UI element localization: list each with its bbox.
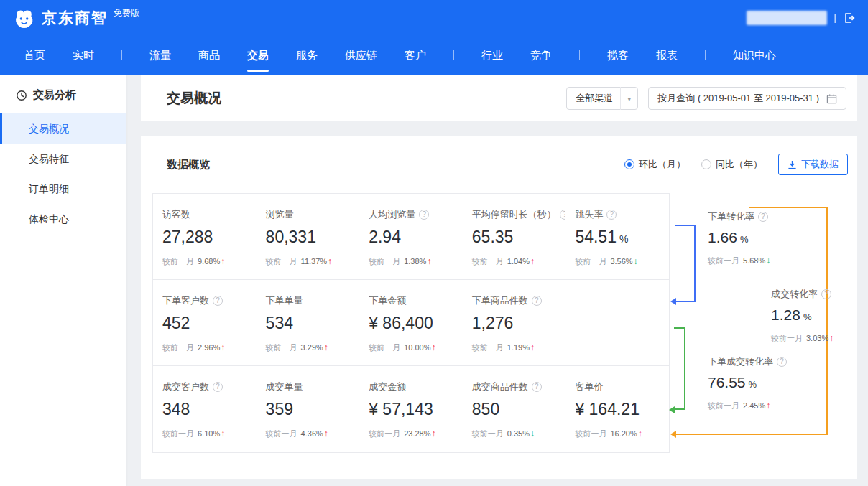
sidebar-item-trade-features[interactable]: 交易特征 [0,144,126,174]
help-icon[interactable]: ? [606,210,617,220]
metric-value-text: ¥ 86,400 [369,314,433,332]
bracket-arrow-icon [670,298,676,305]
metric-value-text: 534 [266,314,293,332]
sidebar-item-trade-overview[interactable]: 交易概况 [0,113,126,144]
nav-home[interactable]: 首页 [24,49,45,62]
change-prefix: 较前一月 [472,343,504,352]
change-prefix: 较前一月 [575,429,606,438]
change-pct: 3.03% [806,334,828,342]
nav-industry[interactable]: 行业 [481,49,503,62]
trend-arrow: ↑ [221,256,225,266]
change-pct: 2.45% [743,401,765,410]
metric-value-text: 54.51 [575,228,617,246]
download-icon [788,160,797,169]
metric-change: 较前一月9.68%↑ [162,256,254,267]
change-pct: 1.19% [507,343,530,352]
help-icon[interactable]: ? [532,296,542,306]
help-icon[interactable]: ? [560,210,566,220]
date-range-picker[interactable]: 按月查询 ( 2019-05-01 至 2019-05-31 ) [648,87,846,110]
metric-label: 平均停留时长（秒）? [472,208,563,221]
overview-title: 数据概览 [167,158,210,172]
metric-label: 成交金额 [369,380,460,393]
conversion-order-to-paid-rate: 下单成交转化率? 76.55% 较前一月2.45%↑ [708,355,787,411]
change-prefix: 较前一月 [708,256,739,265]
nav-traffic[interactable]: 流量 [149,49,171,62]
bracket-arrow-icon [669,406,675,413]
sidebar-item-health-center[interactable]: 体检中心 [0,204,126,234]
bracket-order-to-paid-conversion [674,327,685,410]
metric-change: 较前一月10.00%↑ [369,342,460,353]
metrics-table: 访客数 27,288 较前一月9.68%↑ 浏览量 80,331 较前一月11.… [152,193,670,453]
metric-label-text: 访客数 [162,208,190,221]
help-icon[interactable]: ? [758,212,768,222]
help-icon[interactable]: ? [532,382,542,392]
metric-label-text: 下单商品件数 [472,294,528,307]
change-prefix: 较前一月 [369,343,400,352]
metric-change: 较前一月1.19%↑ [472,342,563,353]
metric-value-text: ¥ 164.21 [575,400,640,419]
metric-label-text: 成交商品件数 [472,380,528,393]
brand[interactable]: 京东商智 免费版 [13,7,139,29]
change-pct: 1.38% [404,257,426,266]
nav-products[interactable]: 商品 [198,49,220,62]
user-divider: | [834,12,836,23]
trend-arrow: ↑ [432,429,436,439]
metric-label: 人均浏览量? [369,208,460,221]
trade-analysis-icon [16,90,27,101]
change-pct: 2.96% [198,343,220,352]
conversion-change: 较前一月2.45%↑ [708,401,787,411]
calendar-icon [826,93,837,104]
help-icon[interactable]: ? [213,296,223,306]
compare-mom-radio[interactable]: 环比（月） [624,158,685,171]
nav-knowledge-center[interactable]: 知识中心 [733,49,776,62]
help-icon[interactable]: ? [213,382,223,392]
metric-label: 下单客户数? [162,294,254,307]
metric-value: 452 [162,314,254,333]
metric-paid-amount: 成交金额 ¥ 57,143 较前一月23.28%↑ [359,366,463,452]
conversion-label-text: 下单转化率 [708,210,754,223]
nav-customers[interactable]: 客户 [405,49,426,62]
metric-label: 跳失率? [575,208,666,221]
nav-trade[interactable]: 交易 [247,49,269,62]
nav-supply-chain[interactable]: 供应链 [345,49,377,62]
conversion-value-text: 1.28 [771,307,800,323]
logout-icon[interactable] [844,12,855,24]
nav-acquisition[interactable]: 揽客 [607,49,629,62]
metric-change: 较前一月0.35%↓ [472,429,563,439]
change-prefix: 较前一月 [771,334,803,342]
metric-change: 较前一月3.56%↓ [575,256,666,267]
help-icon[interactable]: ? [821,289,831,299]
trend-arrow: ↑ [638,429,642,439]
nav-service[interactable]: 服务 [296,49,318,62]
change-pct: 4.36% [301,429,323,438]
metric-value-text: 65.35 [472,228,514,246]
trend-arrow: ↑ [530,342,535,352]
metric-value: 27,288 [162,228,254,247]
metric-label-text: 下单客户数 [162,294,209,307]
metric-order-items: 下单商品件数? 1,276 较前一月1.19%↑ [463,280,566,365]
metric-label-text: 成交客户数 [162,380,209,393]
change-pct: 11.37% [301,257,328,266]
user-account-blurred[interactable] [747,11,827,25]
nav-competition[interactable]: 竞争 [530,49,552,62]
download-data-button[interactable]: 下载数据 [778,154,848,175]
sidebar-item-order-details[interactable]: 订单明细 [0,174,126,204]
metric-value: 2.94 [369,228,460,247]
help-icon[interactable]: ? [419,210,429,220]
metric-label-text: 跳失率 [575,208,603,221]
metric-label: 客单价 [575,380,666,393]
change-pct: 1.04% [507,257,530,266]
overview-controls: 环比（月） 同比（年） 下载数据 [624,154,848,175]
nav-reports[interactable]: 报表 [656,49,678,62]
metric-change: 较前一月1.38%↑ [369,256,460,267]
metric-value: ¥ 57,143 [369,400,460,419]
metric-paid-items: 成交商品件数? 850 较前一月0.35%↓ [463,366,566,452]
metric-value: 359 [266,400,357,419]
compare-yoy-radio[interactable]: 同比（年） [701,158,762,171]
help-icon[interactable]: ? [777,357,787,367]
conversion-unit: % [749,379,757,390]
metrics-row-orders: 下单客户数? 452 较前一月2.96%↑ 下单单量 534 较前一月3.29%… [153,280,669,366]
nav-realtime[interactable]: 实时 [73,49,94,62]
channel-select[interactable]: 全部渠道 ▾ [566,87,638,110]
chevron-down-icon: ▾ [620,87,637,110]
